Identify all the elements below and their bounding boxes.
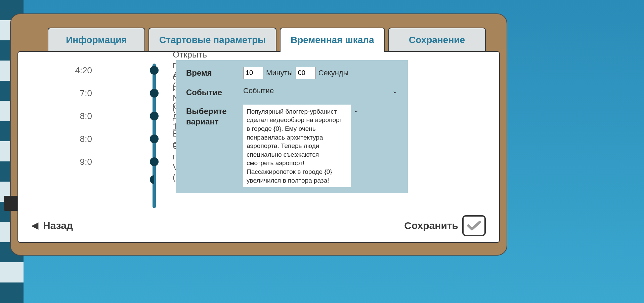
timeline-time: 4:20 (32, 65, 119, 76)
timeline-row[interactable]: 8:0 Вывести сообщение (32, 134, 119, 144)
back-arrow-icon: ◀ (32, 220, 38, 231)
tab-save[interactable]: Сохранение (388, 28, 486, 52)
save-label: Сохранить (404, 220, 458, 231)
tab-start-params[interactable]: Стартовые параметры (148, 28, 276, 52)
timeline-row[interactable]: 8:0 Списать деньги 1000 (32, 111, 119, 121)
time-label: Время (186, 67, 243, 78)
back-label: Назад (43, 220, 73, 231)
chevron-down-icon: ⌄ (392, 87, 398, 95)
chevron-down-icon: ⌄ (353, 106, 359, 114)
panel-row-event: Событие Событие ⌄ (186, 86, 398, 97)
timeline-dot (150, 89, 159, 98)
timeline-row[interactable]: 9:0 Открыть город Vorkuta ( (32, 157, 119, 167)
clipboard-frame: Информация Стартовые параметры Временная… (10, 13, 507, 256)
timeline-time: 8:0 (32, 134, 119, 144)
panel-row-time: Время Минуты Секунды (186, 67, 398, 79)
tab-information[interactable]: Информация (48, 28, 145, 52)
seconds-label: Секунды (318, 69, 349, 77)
event-label: Событие (186, 86, 243, 97)
timeline-container: 4:20 Открыть город Apatity (3 3) 7:0 Отк… (32, 62, 486, 203)
variant-textbox[interactable]: Популярный блоггер-урбанист сделал видео… (243, 105, 351, 188)
timeline-dot (150, 112, 159, 120)
timeline-dot (150, 66, 159, 75)
save-checkbox[interactable] (462, 215, 486, 236)
timeline-row[interactable]: 7:0 Открыть город Nakhodka (79775) (32, 88, 119, 99)
timeline-time: 9:0 (32, 157, 119, 167)
timeline-time: 7:0 (32, 88, 119, 99)
tabs-row: Информация Стартовые параметры Временная… (48, 28, 500, 52)
seconds-input[interactable] (296, 67, 316, 79)
timeline-row[interactable]: 4:20 Открыть город Apatity (3 3) (32, 65, 119, 76)
minutes-input[interactable] (243, 67, 263, 79)
timeline-dot (150, 157, 159, 166)
variant-label: Выберите вариант (186, 105, 243, 127)
save-button[interactable]: Сохранить (404, 215, 486, 236)
panel-row-variant: Выберите вариант Популярный блоггер-урба… (186, 105, 398, 188)
minutes-label: Минуты (266, 69, 293, 77)
footer: ◀ Назад Сохранить (32, 215, 486, 236)
event-edit-panel: Время Минуты Секунды Событие Событие ⌄ (176, 60, 408, 193)
timeline-dot (150, 135, 159, 143)
timeline-time: 8:0 (32, 111, 119, 121)
tab-timeline[interactable]: Временная шкала (280, 28, 385, 52)
event-select[interactable]: Событие ⌄ (243, 86, 398, 95)
back-button[interactable]: ◀ Назад (32, 220, 73, 231)
event-select-value: Событие (243, 86, 274, 95)
paper-sheet: 4:20 Открыть город Apatity (3 3) 7:0 Отк… (17, 51, 500, 243)
timeline-half-dot (150, 175, 159, 184)
checkmark-icon (467, 220, 481, 232)
